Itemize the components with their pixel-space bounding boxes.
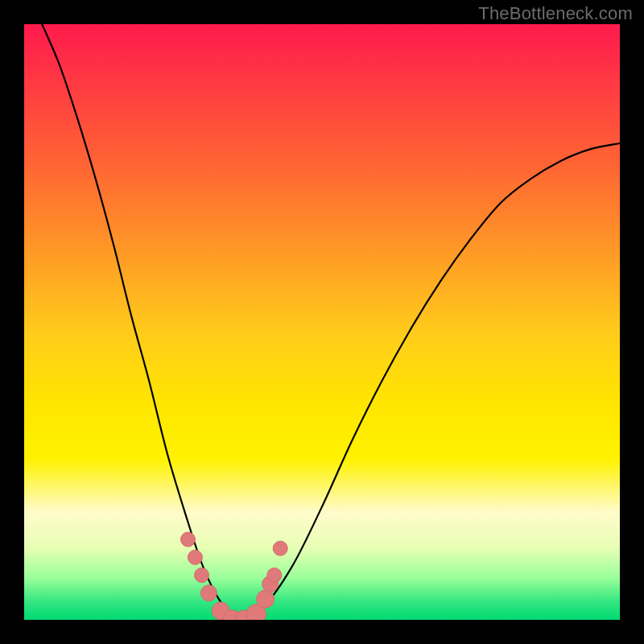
curve-marker: [200, 585, 217, 601]
curve-marker: [188, 550, 202, 564]
curve-svg: [24, 24, 620, 620]
chart-container: TheBottleneck.com: [0, 0, 644, 644]
curve-markers: [181, 532, 288, 620]
curve-marker: [195, 568, 209, 583]
curve-marker: [267, 568, 282, 583]
curve-marker: [273, 541, 287, 555]
watermark-text: TheBottleneck.com: [478, 3, 633, 24]
curve-marker: [181, 532, 196, 547]
plot-area: [24, 24, 620, 620]
curve-marker: [257, 590, 275, 608]
bottleneck-curve: [42, 24, 620, 620]
